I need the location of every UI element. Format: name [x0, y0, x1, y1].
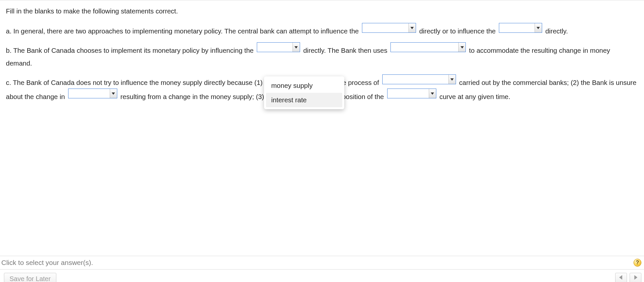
question-panel: Fill in the blanks to make the following… [0, 0, 644, 282]
next-button[interactable] [630, 273, 641, 282]
nav-button-group [615, 273, 641, 282]
blank-a-2[interactable] [499, 23, 542, 33]
save-for-later-button[interactable]: Save for Later [4, 273, 56, 282]
dropdown-menu[interactable]: money supply interest rate [264, 76, 344, 109]
dropdown-option-interest-rate[interactable]: interest rate [266, 93, 342, 107]
dropdown-option-money-supply[interactable]: money supply [266, 78, 342, 93]
chevron-down-icon [461, 46, 464, 49]
svg-marker-3 [461, 46, 464, 49]
chevron-down-icon [537, 26, 540, 30]
blank-b-2[interactable] [390, 42, 466, 52]
chevron-down-icon [112, 92, 115, 95]
svg-marker-7 [619, 275, 622, 280]
text-b-2: directly. The Bank then uses [303, 47, 389, 54]
bottom-toolbar: Save for Later [0, 270, 644, 282]
blank-c-3[interactable] [387, 89, 436, 98]
blank-b-1[interactable] [257, 42, 300, 52]
svg-marker-1 [537, 27, 540, 29]
dropdown-toggle[interactable] [429, 89, 436, 98]
text-c-3: resulting from a change in the money sup… [121, 93, 386, 100]
triangle-left-icon [619, 275, 623, 280]
footer-instruction-bar: Click to select your answer(s). ? [0, 256, 644, 270]
svg-marker-2 [294, 46, 298, 49]
blank-a-1[interactable] [362, 23, 416, 33]
svg-marker-0 [410, 27, 414, 29]
dropdown-toggle[interactable] [293, 43, 300, 52]
chevron-down-icon [294, 46, 298, 49]
text-c-4: curve at any given time. [439, 93, 510, 100]
blank-c-1[interactable] [382, 74, 456, 84]
chevron-down-icon [450, 78, 454, 81]
footer-instruction-text: Click to select your answer(s). [1, 259, 93, 267]
prev-button[interactable] [615, 273, 627, 282]
chevron-down-icon [431, 92, 434, 95]
blank-c-2[interactable] [68, 89, 117, 98]
dropdown-toggle[interactable] [448, 75, 456, 84]
intro-text: Fill in the blanks to make the following… [6, 5, 638, 18]
statement-b: b. The Bank of Canada chooses to impleme… [6, 43, 638, 70]
svg-marker-8 [635, 275, 637, 280]
help-button[interactable]: ? [634, 259, 641, 267]
dropdown-toggle[interactable] [458, 43, 465, 52]
text-a-2: directly or to influence the [419, 27, 498, 35]
statement-a: a. In general, there are two approaches … [6, 24, 638, 38]
svg-marker-5 [112, 92, 115, 95]
text-b-1: b. The Bank of Canada chooses to impleme… [6, 47, 256, 54]
dropdown-toggle[interactable] [408, 23, 416, 32]
svg-marker-4 [450, 78, 454, 81]
dropdown-toggle[interactable] [535, 23, 542, 32]
chevron-down-icon [410, 26, 414, 30]
triangle-right-icon [634, 275, 637, 280]
dropdown-toggle[interactable] [110, 89, 117, 98]
text-a-1: a. In general, there are two approaches … [6, 27, 361, 35]
text-a-3: directly. [545, 27, 568, 35]
svg-marker-6 [431, 92, 434, 95]
